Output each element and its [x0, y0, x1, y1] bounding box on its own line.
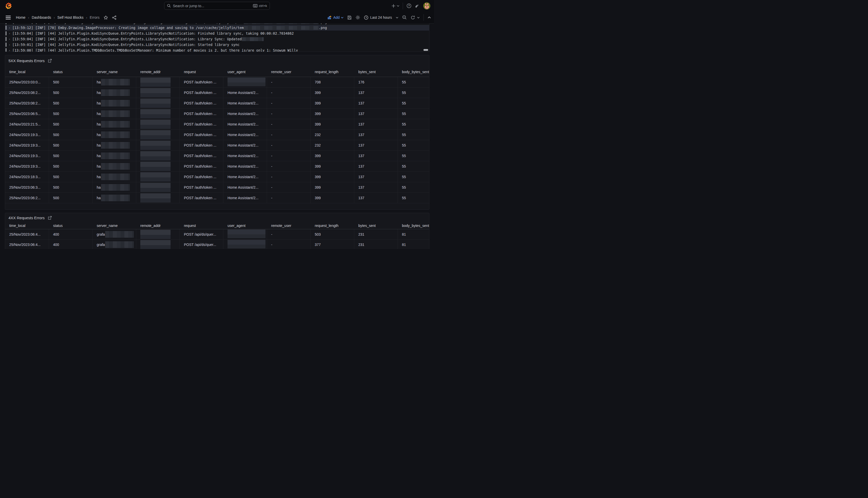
log-expand-chevron-icon[interactable]: ›	[8, 38, 11, 41]
redacted-remote-addr	[140, 151, 171, 160]
cell-user-agent: Home Assistant/2...	[223, 172, 267, 182]
dashboard-settings-gear-icon[interactable]	[355, 15, 360, 20]
cell-remote-user: -	[267, 193, 311, 203]
cell-request-length: 399	[311, 119, 354, 129]
redacted-server-name	[105, 231, 134, 238]
menu-toggle-icon[interactable]	[6, 16, 11, 19]
table-row: 25/Nov/2023:06:4... 400 grafa POST /api/…	[5, 239, 429, 249]
column-header[interactable]: server_name	[93, 222, 136, 229]
column-header[interactable]: remote_addr	[136, 67, 180, 77]
table-row: 24/Nov/2023:19:3... 500 ha POST /auth/to…	[5, 130, 429, 140]
cell-remote-addr	[136, 130, 180, 140]
table-row: 24/Nov/2023:18:3... 500 ha POST /auth/to…	[5, 172, 429, 182]
breadcrumb-dashboards[interactable]: Dashboards	[32, 15, 51, 19]
column-header[interactable]: time_local	[5, 67, 49, 77]
column-header[interactable]: request_length	[311, 222, 354, 229]
table-body: 25/Nov/2023:03:0... 500 ha POST /auth/to…	[5, 77, 429, 203]
log-expand-chevron-icon[interactable]: ›	[8, 23, 11, 24]
column-header[interactable]: remote_user	[267, 222, 311, 229]
redacted-server-name	[101, 121, 130, 128]
user-avatar[interactable]	[423, 2, 430, 10]
cell-time-local: 24/Nov/2023:19:3...	[5, 161, 49, 171]
log-text-suffix: .png	[318, 23, 327, 24]
column-header[interactable]: body_bytes_sent	[398, 67, 429, 77]
cell-time-local: 25/Nov/2023:06:2...	[5, 193, 49, 203]
cell-status: 500	[49, 108, 93, 119]
log-row: › [13:59:04] [INF] [44] Jellyfin.Plugin.…	[5, 36, 429, 42]
column-header[interactable]: status	[49, 222, 93, 229]
grafana-logo-icon[interactable]	[5, 2, 12, 10]
column-header[interactable]: user_agent	[223, 67, 267, 77]
cell-body-bytes-sent: 55	[398, 182, 429, 193]
toolbar-divider	[423, 14, 424, 21]
column-header[interactable]: remote_addr	[136, 222, 180, 229]
time-range-picker[interactable]: Last 24 hours	[364, 15, 398, 20]
search-input[interactable]: Search or jump to... ctrl+k	[164, 2, 270, 10]
column-header[interactable]: user_agent	[223, 222, 267, 229]
column-header[interactable]: remote_user	[267, 67, 311, 77]
cell-remote-user: -	[267, 119, 311, 129]
cell-server-name: ha	[93, 119, 136, 129]
zoom-out-icon[interactable]	[402, 15, 407, 20]
breadcrumb-home[interactable]: Home	[16, 15, 25, 19]
log-expand-chevron-icon[interactable]: ›	[8, 43, 11, 47]
collapse-toolbar-caret-icon[interactable]	[428, 16, 431, 18]
cell-request: POST /auth/token ...	[180, 161, 223, 171]
cell-request-length: 399	[311, 108, 354, 119]
help-icon[interactable]: ?	[407, 3, 411, 8]
cell-remote-addr	[136, 193, 180, 203]
cell-remote-user: -	[267, 182, 311, 193]
news-rss-icon[interactable]	[415, 4, 420, 8]
cell-bytes-sent: 231	[354, 239, 398, 249]
cell-time-local: 25/Nov/2023:06:5...	[5, 108, 49, 119]
add-new-button[interactable]	[391, 4, 399, 8]
cell-request-length: 708	[311, 77, 354, 87]
column-header[interactable]: bytes_sent	[354, 67, 398, 77]
cell-user-agent	[223, 229, 267, 239]
column-header[interactable]: request	[180, 222, 223, 229]
breadcrumb-self-host-blocks[interactable]: Self Host Blocks	[57, 15, 84, 19]
column-header[interactable]: server_name	[93, 67, 136, 77]
cell-remote-user: -	[267, 88, 311, 98]
log-expand-chevron-icon[interactable]: ›	[8, 32, 11, 35]
external-link-icon[interactable]	[48, 59, 52, 63]
cell-remote-user: -	[267, 108, 311, 119]
panel-title[interactable]: 5XX Requests Errors	[9, 58, 45, 63]
cell-request-length: 399	[311, 98, 354, 108]
cell-body-bytes-sent: 55	[398, 130, 429, 140]
log-text: [13:59:12] [INF] [70] Emby.Drawing.Image…	[12, 23, 244, 24]
refresh-icon[interactable]	[411, 15, 415, 20]
cell-status: 500	[49, 151, 93, 161]
table-row: 25/Nov/2023:03:0... 500 ha POST /auth/to…	[5, 77, 429, 88]
cell-remote-user: -	[267, 77, 311, 87]
column-header[interactable]: request	[180, 67, 223, 77]
cell-time-local: 24/Nov/2023:19:3...	[5, 130, 49, 140]
log-text-suffix: .png	[318, 26, 327, 30]
add-panel-button[interactable]: Add	[328, 15, 343, 19]
cell-user-agent: Home Assistant/2...	[223, 140, 267, 150]
scrollbar-thumb[interactable]	[423, 49, 428, 51]
share-icon[interactable]	[112, 15, 117, 20]
cell-time-local: 25/Nov/2023:03:0...	[5, 77, 49, 87]
save-dashboard-icon[interactable]	[347, 15, 352, 20]
favorite-star-icon[interactable]	[104, 15, 108, 20]
log-expand-chevron-icon[interactable]: ›	[8, 26, 11, 29]
column-header[interactable]: body_bytes_sent	[398, 222, 429, 229]
column-header[interactable]: bytes_sent	[354, 222, 398, 229]
cell-server-name: ha	[93, 172, 136, 182]
cell-body-bytes-sent: 55	[398, 119, 429, 129]
cell-status: 500	[49, 119, 93, 129]
external-link-icon[interactable]	[48, 216, 52, 220]
cell-bytes-sent: 137	[354, 151, 398, 161]
column-header[interactable]: request_length	[311, 67, 354, 77]
log-expand-chevron-icon[interactable]: ›	[8, 49, 11, 52]
cell-remote-addr	[136, 108, 180, 119]
refresh-interval-chevron-icon[interactable]	[417, 17, 420, 18]
column-header[interactable]: status	[49, 67, 93, 77]
log-row: › [13:59:01] [INF] [44] Jellyfin.Plugin.…	[5, 42, 429, 48]
column-header[interactable]: time_local	[5, 222, 49, 229]
log-level-bar	[6, 31, 6, 36]
cell-remote-addr	[136, 172, 180, 182]
panel-title[interactable]: 4XX Requests Errors	[9, 215, 45, 220]
cell-bytes-sent: 137	[354, 88, 398, 98]
